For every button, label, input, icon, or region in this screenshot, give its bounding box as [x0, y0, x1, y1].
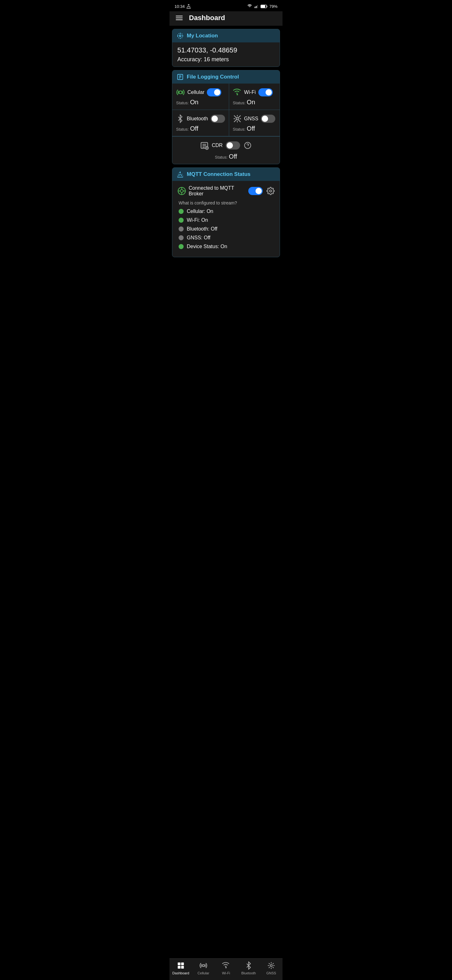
cdr-logging-cell: CDR Status: Off: [172, 136, 280, 164]
stream-item-wifi: Wi-Fi: On: [179, 217, 274, 223]
cdr-toggle[interactable]: [226, 142, 240, 150]
bluetooth-status-label: Status:: [176, 127, 189, 132]
svg-point-35: [270, 190, 272, 192]
svg-rect-3: [257, 5, 258, 8]
location-card-title: My Location: [187, 33, 218, 39]
stream-dot-wifi: [179, 218, 184, 223]
location-icon: [177, 32, 184, 39]
wifi-status-value: On: [247, 99, 255, 106]
bluetooth-logging-cell: Bluetooth Status: Off: [172, 110, 229, 136]
wifi-logging-cell: Wi-Fi Status: On: [229, 84, 280, 110]
cdr-label: CDR: [212, 143, 223, 148]
mqtt-card-header: MQTT Connection Status: [172, 168, 280, 181]
gnss-label: GNSS: [244, 116, 259, 122]
cellular-status-label: Status:: [176, 100, 189, 105]
stream-dot-cellular: [179, 209, 184, 214]
stream-dot-device-status: [179, 244, 184, 249]
gnss-status-value: Off: [247, 125, 255, 132]
cellular-toggle[interactable]: [207, 88, 221, 96]
location-card: My Location 51.47033, -0.48659 Accuracy:…: [172, 29, 280, 67]
status-icons: 79%: [247, 4, 278, 9]
stream-dot-gnss: [179, 235, 184, 240]
logging-grid: Cellular Status: On: [172, 84, 280, 164]
cellular-icon: [176, 88, 185, 97]
cellular-label: Cellular: [187, 89, 205, 95]
mqtt-connected-text: Connected to MQTT Broker: [189, 185, 246, 197]
mqtt-card: MQTT Connection Status Connected to MQTT…: [172, 167, 280, 257]
mqtt-stream-header: What is configured to stream?: [179, 200, 274, 205]
mqtt-card-body: Connected to MQTT Broker What is configu…: [172, 181, 280, 257]
status-bar: 10:34 79%: [170, 0, 282, 11]
stream-label-device-status: Device Status: On: [187, 244, 227, 250]
logging-card-title: File Logging Control: [187, 74, 239, 80]
gnss-icon: [233, 115, 242, 123]
cellular-status-value: On: [190, 99, 198, 106]
cdr-status-label: Status:: [215, 155, 228, 159]
svg-point-7: [179, 35, 181, 37]
stream-label-gnss: GNSS: Off: [187, 235, 210, 240]
location-card-header: My Location: [172, 29, 280, 42]
svg-point-14: [237, 94, 237, 95]
logging-card-header: File Logging Control: [172, 70, 280, 84]
svg-point-15: [236, 118, 238, 120]
wifi-status-label: Status:: [233, 100, 246, 105]
stream-item-device-status: Device Status: On: [179, 244, 274, 250]
bluetooth-status-value: Off: [190, 125, 198, 132]
stream-item-gnss: GNSS: Off: [179, 235, 274, 240]
location-card-body: 51.47033, -0.48659 Accuracy: 16 meters: [172, 42, 280, 67]
mqtt-toggle[interactable]: [248, 187, 263, 195]
logging-card: File Logging Control Cellular: [172, 70, 280, 164]
svg-point-30: [180, 189, 183, 192]
cellular-logging-cell: Cellular Status: On: [172, 84, 229, 110]
gnss-logging-cell: GNSS Status: Off: [229, 110, 280, 136]
svg-rect-5: [266, 5, 267, 7]
gnss-status-label: Status:: [233, 127, 246, 132]
wifi-logging-icon: [233, 88, 242, 97]
stream-label-bluetooth: Bluetooth: Off: [187, 226, 217, 232]
svg-rect-2: [256, 6, 257, 8]
stream-items-list: Cellular: On Wi-Fi: On Bluetooth: Off GN…: [178, 208, 274, 250]
logging-icon: [177, 73, 184, 80]
mqtt-icon: [177, 171, 184, 178]
bluetooth-icon: [176, 115, 184, 123]
cdr-status-value: Off: [229, 153, 237, 160]
status-time: 10:34: [174, 4, 191, 9]
top-bar: Dashboard: [170, 11, 282, 26]
stream-dot-bluetooth: [179, 226, 184, 231]
gnss-toggle[interactable]: [261, 115, 275, 123]
svg-rect-6: [261, 5, 265, 8]
location-coords: 51.47033, -0.48659: [178, 46, 274, 54]
cdr-help-icon[interactable]: [243, 141, 252, 150]
location-accuracy: Accuracy: 16 meters: [178, 56, 274, 63]
stream-item-bluetooth: Bluetooth: Off: [179, 226, 274, 232]
stream-label-wifi: Wi-Fi: On: [187, 217, 208, 223]
page-title: Dashboard: [189, 14, 225, 22]
wifi-label: Wi-Fi: [244, 89, 256, 95]
mqtt-connected-row: Connected to MQTT Broker: [178, 185, 274, 197]
bluetooth-toggle[interactable]: [211, 115, 225, 123]
cdr-icon: [200, 141, 209, 150]
stream-item-cellular: Cellular: On: [179, 208, 274, 214]
mqtt-broker-icon: [178, 186, 186, 196]
svg-point-8: [178, 33, 183, 39]
wifi-toggle[interactable]: [259, 88, 273, 96]
mqtt-card-title: MQTT Connection Status: [187, 171, 251, 177]
svg-rect-1: [255, 6, 255, 8]
svg-point-13: [179, 91, 182, 94]
bluetooth-label: Bluetooth: [187, 116, 208, 122]
mqtt-settings-icon[interactable]: [266, 187, 274, 195]
hamburger-menu[interactable]: [174, 14, 184, 21]
stream-label-cellular: Cellular: On: [187, 208, 213, 214]
